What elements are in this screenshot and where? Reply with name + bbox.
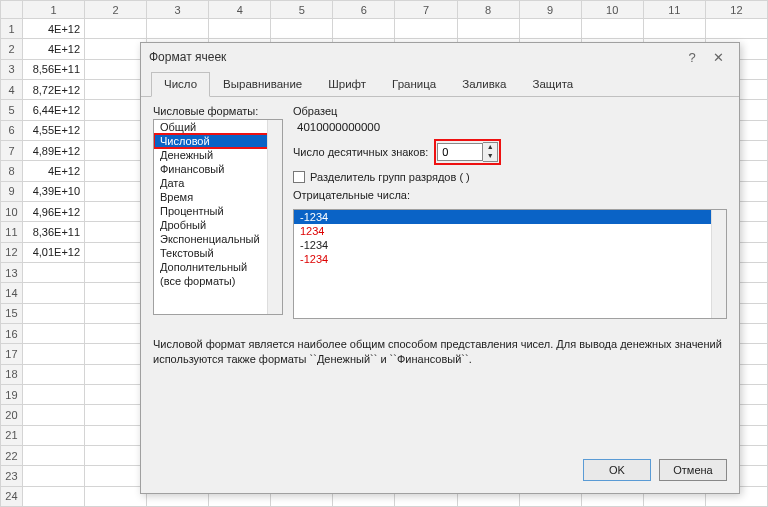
cell[interactable] xyxy=(22,262,84,282)
cell[interactable]: 4,96E+12 xyxy=(22,201,84,221)
spinner-up-icon[interactable]: ▲ xyxy=(483,143,497,152)
row-header[interactable]: 2 xyxy=(1,39,23,59)
row-header[interactable]: 21 xyxy=(1,425,23,445)
tab-шрифт[interactable]: Шрифт xyxy=(315,72,379,97)
cell[interactable] xyxy=(147,19,209,39)
cell[interactable]: 8,72E+12 xyxy=(22,79,84,99)
row-header[interactable]: 19 xyxy=(1,384,23,404)
row-header[interactable]: 4 xyxy=(1,79,23,99)
cell[interactable] xyxy=(85,242,147,262)
column-header[interactable]: 4 xyxy=(209,1,271,19)
row-header[interactable]: 22 xyxy=(1,445,23,465)
row-header[interactable]: 9 xyxy=(1,181,23,201)
tab-граница[interactable]: Граница xyxy=(379,72,449,97)
cell[interactable] xyxy=(85,181,147,201)
row-header[interactable]: 24 xyxy=(1,486,23,506)
column-header[interactable]: 11 xyxy=(643,1,705,19)
cell[interactable] xyxy=(22,384,84,404)
row-header[interactable]: 23 xyxy=(1,466,23,486)
cell[interactable] xyxy=(395,19,457,39)
column-header[interactable]: 12 xyxy=(705,1,767,19)
negative-option[interactable]: -1234 xyxy=(294,238,726,252)
format-option[interactable]: Денежный xyxy=(154,148,282,162)
column-header[interactable]: 1 xyxy=(22,1,84,19)
format-option[interactable]: Дополнительный xyxy=(154,260,282,274)
row-header[interactable]: 11 xyxy=(1,222,23,242)
format-option[interactable]: Время xyxy=(154,190,282,204)
cell[interactable] xyxy=(581,19,643,39)
format-option[interactable]: Числовой xyxy=(154,134,282,148)
tab-выравнивание[interactable]: Выравнивание xyxy=(210,72,315,97)
cell[interactable]: 6,44E+12 xyxy=(22,100,84,120)
column-header[interactable]: 7 xyxy=(395,1,457,19)
cell[interactable] xyxy=(22,344,84,364)
cell[interactable] xyxy=(85,140,147,160)
cell[interactable]: 4,01E+12 xyxy=(22,242,84,262)
column-header[interactable]: 9 xyxy=(519,1,581,19)
cell[interactable] xyxy=(705,19,767,39)
cell[interactable]: 4,89E+12 xyxy=(22,140,84,160)
row-header[interactable]: 8 xyxy=(1,161,23,181)
cell[interactable] xyxy=(22,486,84,506)
cell[interactable] xyxy=(85,161,147,181)
cell[interactable]: 4,39E+10 xyxy=(22,181,84,201)
row-header[interactable]: 10 xyxy=(1,201,23,221)
tab-заливка[interactable]: Заливка xyxy=(449,72,519,97)
spinner-down-icon[interactable]: ▼ xyxy=(483,152,497,161)
cell[interactable] xyxy=(85,344,147,364)
cell[interactable] xyxy=(85,466,147,486)
cell[interactable]: 4E+12 xyxy=(22,161,84,181)
cell[interactable] xyxy=(457,19,519,39)
cell[interactable] xyxy=(85,222,147,242)
cell[interactable] xyxy=(333,19,395,39)
cell[interactable] xyxy=(85,303,147,323)
scrollbar[interactable] xyxy=(711,210,726,318)
cell[interactable] xyxy=(85,283,147,303)
cell[interactable] xyxy=(85,262,147,282)
ok-button[interactable]: OK xyxy=(583,459,651,481)
cell[interactable] xyxy=(22,303,84,323)
column-header[interactable]: 10 xyxy=(581,1,643,19)
cell[interactable] xyxy=(85,445,147,465)
format-option[interactable]: Текстовый xyxy=(154,246,282,260)
decimals-input[interactable] xyxy=(437,143,483,161)
negatives-listbox[interactable]: -12341234-1234-1234 xyxy=(293,209,727,319)
cell[interactable] xyxy=(22,466,84,486)
row-header[interactable]: 1 xyxy=(1,19,23,39)
row-header[interactable]: 6 xyxy=(1,120,23,140)
row-header[interactable]: 13 xyxy=(1,262,23,282)
help-icon[interactable]: ? xyxy=(679,50,705,65)
cell[interactable]: 4,55E+12 xyxy=(22,120,84,140)
cell[interactable] xyxy=(85,120,147,140)
cell[interactable] xyxy=(22,283,84,303)
cell[interactable]: 4E+12 xyxy=(22,19,84,39)
cell[interactable] xyxy=(22,405,84,425)
cell[interactable] xyxy=(85,100,147,120)
select-all-corner[interactable] xyxy=(1,1,23,19)
cell[interactable] xyxy=(22,323,84,343)
negative-option[interactable]: 1234 xyxy=(294,224,726,238)
column-header[interactable]: 3 xyxy=(147,1,209,19)
format-option[interactable]: Экспоненциальный xyxy=(154,232,282,246)
column-header[interactable]: 2 xyxy=(85,1,147,19)
cell[interactable] xyxy=(209,19,271,39)
cell[interactable] xyxy=(85,59,147,79)
negative-option[interactable]: -1234 xyxy=(294,252,726,266)
cell[interactable] xyxy=(85,425,147,445)
column-header[interactable]: 8 xyxy=(457,1,519,19)
row-header[interactable]: 18 xyxy=(1,364,23,384)
cell[interactable] xyxy=(85,19,147,39)
close-icon[interactable]: ✕ xyxy=(705,50,731,65)
row-header[interactable]: 16 xyxy=(1,323,23,343)
row-header[interactable]: 3 xyxy=(1,59,23,79)
cell[interactable] xyxy=(85,201,147,221)
format-option[interactable]: Финансовый xyxy=(154,162,282,176)
cell[interactable] xyxy=(85,39,147,59)
format-option[interactable]: Общий xyxy=(154,120,282,134)
cancel-button[interactable]: Отмена xyxy=(659,459,727,481)
scrollbar[interactable] xyxy=(267,120,282,314)
row-header[interactable]: 7 xyxy=(1,140,23,160)
cell[interactable] xyxy=(643,19,705,39)
cell[interactable] xyxy=(22,445,84,465)
cell[interactable] xyxy=(85,364,147,384)
